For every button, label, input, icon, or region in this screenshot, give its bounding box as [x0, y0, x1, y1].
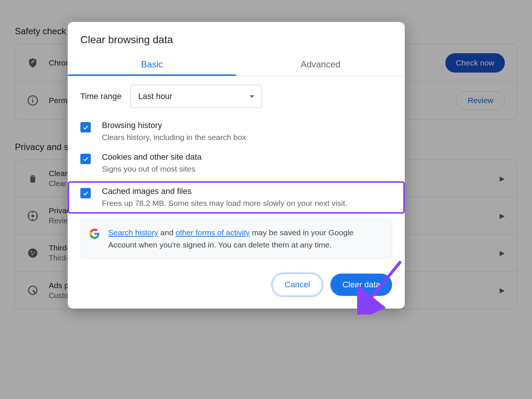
- checkbox-row-cookies[interactable]: Cookies and other site data Signs you ou…: [80, 149, 392, 181]
- cancel-button[interactable]: Cancel: [272, 274, 322, 296]
- checkbox-row-browsing-history[interactable]: Browsing history Clears history, includi…: [80, 118, 392, 149]
- time-range-label: Time range: [80, 92, 121, 101]
- checkbox-browsing-history[interactable]: [80, 122, 91, 133]
- check-texts: Cached images and files Frees up 78.2 MB…: [102, 186, 347, 208]
- dialog-buttons: Cancel Clear data: [68, 259, 405, 298]
- checkbox-cache[interactable]: [80, 188, 91, 198]
- tab-basic[interactable]: Basic: [68, 54, 236, 76]
- tab-advanced[interactable]: Advanced: [236, 54, 405, 76]
- link-other-forms[interactable]: other forms of activity: [176, 228, 250, 237]
- time-range-select[interactable]: Last hour: [130, 85, 262, 108]
- check-sub: Frees up 78.2 MB. Some sites may load mo…: [102, 198, 347, 208]
- annotation-highlight-cache: Cached images and files Frees up 78.2 MB…: [68, 181, 405, 214]
- check-title: Cookies and other site data: [102, 152, 202, 162]
- check-sub: Clears history, including in the search …: [102, 132, 246, 143]
- google-icon: [89, 228, 100, 239]
- check-texts: Cookies and other site data Signs you ou…: [102, 152, 202, 174]
- clear-data-button[interactable]: Clear data: [330, 274, 392, 296]
- dialog-tabs: Basic Advanced: [68, 54, 405, 76]
- checkbox-row-cache[interactable]: Cached images and files Frees up 78.2 MB…: [80, 186, 392, 208]
- check-sub: Signs you out of most sites: [102, 163, 202, 174]
- link-search-history[interactable]: Search history: [108, 228, 158, 237]
- time-range-row: Time range Last hour: [80, 85, 392, 108]
- checkbox-cookies[interactable]: [80, 154, 91, 164]
- dialog-content: Time range Last hour Browsing history Cl…: [68, 76, 405, 259]
- info-text-connector: and: [158, 228, 176, 237]
- info-text: Search history and other forms of activi…: [108, 227, 384, 251]
- check-texts: Browsing history Clears history, includi…: [102, 121, 246, 143]
- chevron-down-icon: [250, 95, 254, 98]
- check-title: Cached images and files: [102, 186, 347, 196]
- dialog-title: Clear browsing data: [68, 22, 405, 54]
- google-account-info-box: Search history and other forms of activi…: [80, 219, 392, 259]
- clear-browsing-data-dialog: Clear browsing data Basic Advanced Time …: [68, 22, 405, 309]
- check-title: Browsing history: [102, 121, 246, 130]
- time-range-value: Last hour: [138, 92, 172, 101]
- active-tab-indicator: [68, 74, 236, 76]
